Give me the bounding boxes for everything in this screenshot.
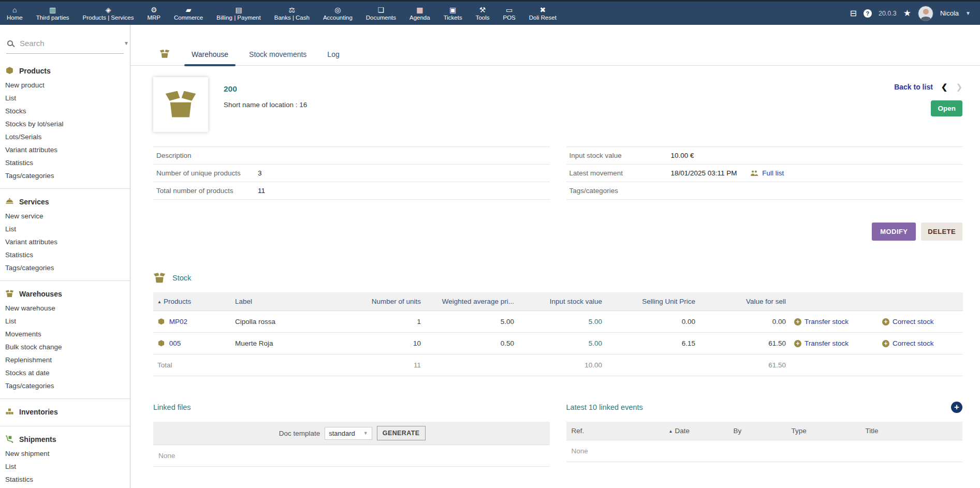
transfer-stock-link[interactable]: +Transfer stock (794, 339, 849, 347)
transfer-stock-link[interactable]: +Transfer stock (794, 318, 849, 326)
nav-doli-reset[interactable]: ✖ Doli Reset (522, 2, 563, 25)
sidebar-item[interactable]: Statistics (0, 248, 130, 261)
nav-third-parties[interactable]: ▥ Third parties (30, 2, 76, 25)
sidebar-section: Warehouses New warehouse List Movements … (0, 280, 130, 396)
sidebar-section-heading[interactable]: Products (0, 63, 130, 79)
column-header-by[interactable]: By (734, 427, 792, 435)
bookmark-star-icon[interactable]: ★ (903, 8, 911, 19)
sidebar-section-heading[interactable]: Warehouses (0, 286, 130, 302)
sidebar-section-title: Products (19, 67, 51, 75)
sidebar-item[interactable]: Variant attributes (0, 143, 130, 156)
sidebar-item[interactable]: List (0, 92, 130, 105)
stock-title: Stock (172, 274, 191, 282)
linked-files-title: Linked files (153, 403, 191, 411)
previous-record-icon[interactable]: ❮ (941, 82, 948, 92)
sidebar-item[interactable]: Variant attributes (0, 235, 130, 248)
details-right-table: Input stock value 10.00 € Latest movemen… (566, 146, 963, 200)
correct-stock-link[interactable]: +Correct stock (882, 318, 934, 326)
sort-asc-icon: ▲ (669, 429, 673, 434)
sidebar-item[interactable]: Stocks at date (0, 366, 130, 379)
sidebar-section-heading[interactable]: Shipments (0, 432, 130, 447)
pos-icon: ▭ (506, 6, 513, 13)
tab-log[interactable]: Log (317, 45, 349, 65)
doc-template-select[interactable]: standard ▼ (325, 427, 372, 440)
main-content: Warehouse Stock movements Log 200 Short … (130, 25, 980, 488)
input-stock-value-link[interactable]: 5.00 (589, 318, 602, 326)
print-icon[interactable]: ⊟ (850, 8, 857, 18)
nav-billing-payment[interactable]: ▤ Billing | Payment (210, 2, 267, 25)
selling-price-value: 6.15 (606, 333, 699, 354)
sidebar-section-heading[interactable]: Inventories (0, 404, 130, 420)
generate-button[interactable]: GENERATE (377, 426, 426, 440)
modify-button[interactable]: MODIFY (872, 223, 916, 241)
product-ref-link[interactable]: 005 (169, 339, 181, 347)
sidebar-section-title: Inventories (19, 408, 58, 416)
column-header-title[interactable]: Title (866, 427, 958, 435)
sidebar-item[interactable]: Movements (0, 328, 130, 341)
help-icon[interactable]: ? (864, 9, 872, 18)
nav-tools[interactable]: ⚒ Tools (469, 2, 496, 25)
tab-warehouse[interactable]: Warehouse (181, 45, 239, 65)
column-header-input-stock-value[interactable]: Input stock value (518, 292, 606, 311)
sidebar-item[interactable]: New service (0, 210, 130, 223)
field-label: Number of unique products (153, 165, 255, 182)
sidebar-item[interactable]: Replenishment (0, 353, 130, 366)
product-ref-link[interactable]: MP02 (169, 318, 187, 326)
nav-accounting[interactable]: ◎ Accounting (316, 2, 359, 25)
full-list-link[interactable]: Full list (762, 169, 784, 177)
back-to-list-link[interactable]: Back to list (894, 83, 933, 91)
sidebar-item[interactable]: List (0, 460, 130, 473)
weighted-avg-value: 0.50 (425, 333, 518, 354)
nav-products-services[interactable]: ◈ Products | Services (76, 2, 141, 25)
stock-table-row: MP02 Cipolla rossa 1 5.00 5.00 0.00 0.00… (153, 311, 963, 333)
add-event-button[interactable]: + (951, 402, 962, 413)
column-header-weighted-avg[interactable]: Weighted average pri... (425, 292, 518, 311)
sidebar-item[interactable]: New warehouse (0, 302, 130, 315)
sidebar-item[interactable]: New shipment (0, 447, 130, 460)
nav-mrp[interactable]: ⚙ MRP (140, 2, 167, 25)
third-parties-icon: ▥ (49, 6, 56, 13)
nav-pos[interactable]: ▭ POS (496, 2, 522, 25)
sidebar-item[interactable]: Lots/Serials (0, 130, 130, 143)
sidebar-item[interactable]: Statistics (0, 156, 130, 169)
sidebar-item[interactable]: List (0, 223, 130, 235)
nav-banks-cash[interactable]: ⚖ Banks | Cash (268, 2, 316, 25)
sidebar-item[interactable]: Tags/categories (0, 379, 130, 392)
column-header-ref[interactable]: Ref. (572, 427, 669, 435)
nav-documents[interactable]: ❏ Documents (359, 2, 403, 25)
column-header-label[interactable]: Label (231, 292, 329, 311)
sidebar-item[interactable]: Tags/categories (0, 169, 130, 182)
details-area: Description Number of unique products 3 … (130, 132, 980, 200)
search-input[interactable] (19, 38, 124, 48)
nav-agenda[interactable]: ▦ Agenda (403, 2, 437, 25)
sidebar-item[interactable]: Tags/categories (0, 261, 130, 274)
delete-button[interactable]: DELETE (921, 223, 962, 241)
sidebar-item[interactable]: New product (0, 79, 130, 92)
column-header-units[interactable]: Number of units (329, 292, 425, 311)
tab-stock-movements[interactable]: Stock movements (239, 45, 317, 65)
column-header-value-for-sell[interactable]: Value for sell (699, 292, 790, 311)
nav-commerce[interactable]: ▰ Commerce (167, 2, 210, 25)
sidebar-section: Products New product List Stocks Stocks … (0, 60, 130, 186)
top-navbar: ⌂ Home ▥ Third parties ◈ Products | Serv… (0, 0, 980, 25)
sidebar-item[interactable]: Statistics (0, 473, 130, 486)
product-cube-icon (157, 318, 165, 326)
correct-stock-link[interactable]: +Correct stock (882, 339, 934, 347)
column-header-selling-unit-price[interactable]: Selling Unit Price (606, 292, 699, 311)
sidebar-item[interactable]: Stocks (0, 105, 130, 117)
nav-home[interactable]: ⌂ Home (0, 2, 30, 25)
sidebar-section-heading[interactable]: Services (0, 194, 130, 210)
user-menu[interactable]: Nicola (940, 9, 959, 17)
column-header-date[interactable]: ▲Date (669, 427, 734, 435)
sidebar-item[interactable]: Stocks by lot/serial (0, 117, 130, 130)
input-stock-value-link[interactable]: 5.00 (589, 339, 602, 347)
column-header-type[interactable]: Type (792, 427, 866, 435)
avatar[interactable] (918, 6, 933, 21)
sidebar-item[interactable]: List (0, 315, 130, 328)
sidebar-section: Inventories (0, 398, 130, 424)
chevron-down-icon[interactable]: ▼ (966, 10, 971, 16)
search-options-caret-icon[interactable]: ▼ (124, 40, 129, 46)
column-header-products[interactable]: ▲Products (153, 292, 231, 311)
sidebar-item[interactable]: Bulk stock change (0, 341, 130, 353)
nav-tickets[interactable]: ▣ Tickets (437, 2, 469, 25)
